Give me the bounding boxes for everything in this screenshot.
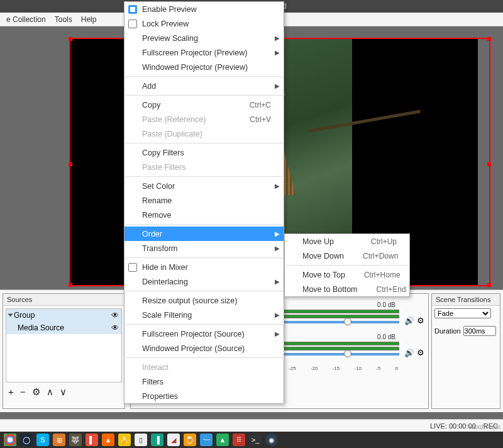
visibility-icon[interactable]: 👁 (111, 311, 119, 320)
sources-panel: Sources Group 👁 Media Source 👁 + − ⚙ ∧ ∨ (3, 293, 125, 409)
checkbox-on-icon (128, 5, 137, 14)
gear-icon[interactable]: ⚙ (417, 316, 424, 325)
transition-select[interactable]: Fade (434, 308, 491, 318)
checkbox-icon (128, 263, 137, 272)
move-up-button[interactable]: ∧ (47, 386, 53, 398)
app-icon[interactable]: ◢ (167, 434, 180, 446)
menu-fullscreen-projector-source[interactable]: Fullscreen Projector (Source)▶ (124, 327, 284, 341)
source-label: Media Source (18, 323, 64, 332)
skype-icon[interactable]: S (36, 434, 49, 446)
gear-icon[interactable]: ⚙ (417, 348, 424, 357)
menu-resize-output[interactable]: Resize output (source size) (124, 293, 284, 308)
transitions-title: Scene Transitions (432, 294, 500, 306)
submenu-move-up[interactable]: Move UpCtrl+Up (285, 234, 409, 249)
order-submenu[interactable]: Move UpCtrl+Up Move DownCtrl+Down Move t… (284, 233, 410, 297)
menu-scene-collection[interactable]: e Collection (6, 15, 46, 24)
menu-copy-filters[interactable]: Copy Filters (124, 145, 284, 160)
submenu-move-to-top[interactable]: Move to TopCtrl+Home (285, 267, 409, 282)
menu-interact: Interact (124, 360, 284, 374)
terminal-icon[interactable]: >_ (249, 434, 262, 446)
menu-order[interactable]: Order▶ (124, 227, 284, 241)
chevron-right-icon: ▶ (275, 49, 280, 56)
expand-icon[interactable] (8, 314, 13, 317)
menu-paste-duplicate: Paste (Duplicate) (124, 126, 284, 141)
source-settings-button[interactable]: ⚙ (32, 386, 40, 398)
menu-help[interactable]: Help (81, 15, 97, 24)
menu-preview-scaling[interactable]: Preview Scaling▶ (124, 31, 284, 45)
menu-remove[interactable]: Remove (124, 208, 284, 222)
chrome-icon[interactable] (4, 434, 16, 446)
submenu-move-down[interactable]: Move DownCtrl+Down (285, 249, 409, 263)
document-icon[interactable]: ▯ (135, 434, 147, 446)
vlc-icon[interactable]: ▲ (102, 434, 114, 446)
move-down-button[interactable]: ∨ (60, 386, 67, 398)
menu-set-color[interactable]: Set Color▶ (124, 179, 284, 193)
duration-label: Duration (434, 327, 461, 335)
chevron-right-icon: ▶ (275, 278, 280, 285)
submenu-move-to-bottom[interactable]: Move to BottomCtrl+End (285, 282, 409, 296)
app-icon[interactable]: ⠿ (233, 434, 245, 446)
image-icon[interactable]: ▲ (216, 434, 229, 446)
remove-source-button[interactable]: − (20, 386, 26, 398)
source-label: Group (14, 311, 35, 320)
sources-title: Sources (3, 294, 124, 306)
menu-enable-preview[interactable]: Enable Preview (124, 2, 284, 16)
speaker-icon[interactable]: 🔊 (404, 316, 414, 325)
app-icon[interactable]: 🍌 (118, 434, 131, 446)
gimp-icon[interactable]: 🐺 (69, 434, 82, 446)
menu-transform[interactable]: Transform▶ (124, 241, 284, 255)
steam-icon[interactable]: ◯ (20, 434, 33, 446)
menu-filters[interactable]: Filters (124, 374, 284, 389)
taskbar[interactable]: ◯ S ⊞ 🐺 ▌ ▲ 🍌 ▯ ▐ ◢ 🍺 〰 ▲ ⠿ >_ ◉ (0, 432, 503, 448)
add-source-button[interactable]: + (8, 386, 14, 398)
checkbox-icon (128, 20, 137, 28)
chevron-right-icon: ▶ (275, 82, 280, 89)
speaker-icon[interactable]: 🔊 (404, 348, 414, 357)
chevron-right-icon: ▶ (275, 311, 280, 318)
menu-rename[interactable]: Rename (124, 193, 284, 208)
chevron-right-icon: ▶ (275, 245, 280, 252)
chevron-right-icon: ▶ (275, 35, 280, 42)
app-icon[interactable]: 〰 (200, 434, 213, 446)
menu-paste-filters: Paste Filters (124, 160, 284, 174)
app-icon[interactable]: 🍺 (184, 434, 196, 446)
menu-properties[interactable]: Properties (124, 389, 284, 403)
source-group[interactable]: Group 👁 (6, 309, 121, 322)
chevron-right-icon: ▶ (275, 230, 280, 237)
watermark: wsxdn.com (469, 423, 500, 430)
menu-add[interactable]: Add▶ (124, 79, 284, 93)
menu-deinterlacing[interactable]: Deinterlacing▶ (124, 274, 284, 289)
menu-windowed-projector-source[interactable]: Windowed Projector (Source) (124, 341, 284, 356)
app-icon[interactable]: ▐ (151, 434, 163, 446)
sources-list[interactable]: Group 👁 Media Source 👁 (6, 308, 122, 383)
obs-icon[interactable]: ◉ (265, 434, 278, 446)
visibility-icon[interactable]: 👁 (111, 323, 119, 332)
menu-hide-in-mixer[interactable]: Hide in Mixer (124, 260, 284, 274)
chevron-right-icon: ▶ (275, 182, 280, 189)
chevron-right-icon: ▶ (275, 330, 280, 337)
menu-paste-reference: Paste (Reference)Ctrl+V (124, 112, 284, 126)
app-icon[interactable]: ⊞ (53, 434, 65, 446)
menu-windowed-projector-preview[interactable]: Windowed Projector (Preview) (124, 60, 284, 74)
app-icon[interactable]: ▌ (86, 434, 98, 446)
menu-scale-filtering[interactable]: Scale Filtering▶ (124, 308, 284, 322)
menu-tools[interactable]: Tools (55, 15, 72, 24)
menu-copy[interactable]: CopyCtrl+C (124, 98, 284, 112)
transitions-panel: Scene Transitions Fade Duration (431, 293, 500, 409)
menu-lock-preview[interactable]: Lock Preview (124, 16, 284, 31)
source-media[interactable]: Media Source 👁 (6, 322, 121, 334)
duration-input[interactable] (463, 326, 496, 336)
context-menu[interactable]: Enable Preview Lock Preview Preview Scal… (124, 1, 284, 404)
menu-fullscreen-projector-preview[interactable]: Fullscreen Projector (Preview)▶ (124, 45, 284, 60)
status-bar: LIVE: 00:00:00 REC (0, 419, 503, 432)
